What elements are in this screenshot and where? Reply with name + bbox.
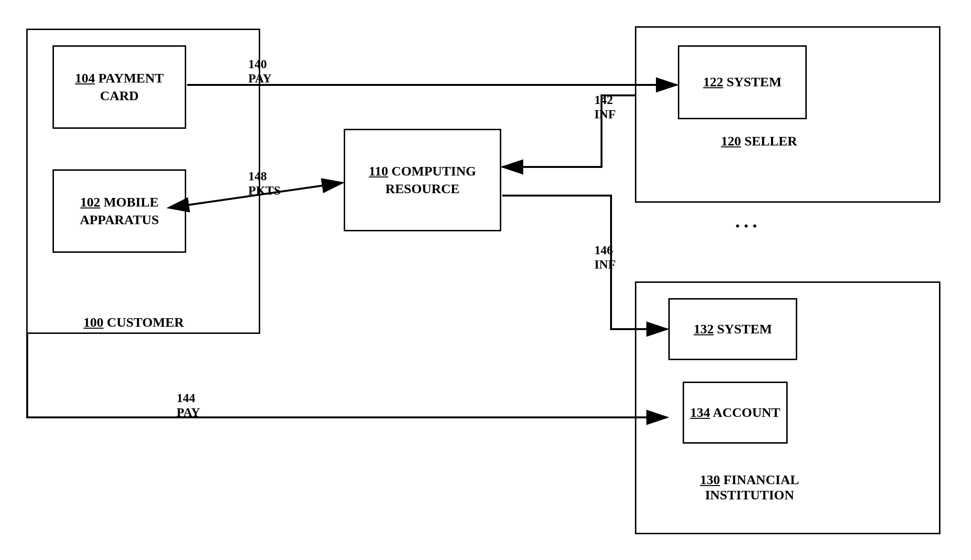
arrow-140-label: 140PAY <box>248 57 272 86</box>
arrow-142-label: 142INF <box>594 93 616 122</box>
account-label: 134 ACCOUNT <box>690 404 780 421</box>
customer-ref: 100 <box>84 315 104 330</box>
seller-system-box: 122 SYSTEM <box>678 45 807 119</box>
financial-system-box: 132 SYSTEM <box>668 298 797 360</box>
mobile-apparatus-box: 102 MOBILEAPPARATUS <box>53 169 186 253</box>
seller-system-ref: 122 <box>703 74 723 89</box>
payment-card-ref: 104 <box>75 71 95 85</box>
mobile-apparatus-ref: 102 <box>80 195 100 209</box>
diagram: 104 PAYMENTCARD 102 MOBILEAPPARATUS 100 … <box>0 0 971 560</box>
ellipsis: ··· <box>735 215 761 237</box>
seller-label: 120 SELLER <box>692 134 826 149</box>
account-box: 134 ACCOUNT <box>683 382 788 444</box>
seller-ref: 120 <box>721 134 741 148</box>
arrow-144-label: 144PAY <box>177 391 200 420</box>
customer-label: 100 CUSTOMER <box>62 315 205 330</box>
payment-card-label: 104 PAYMENTCARD <box>75 70 164 104</box>
computing-resource-box: 110 COMPUTINGRESOURCE <box>344 129 501 231</box>
computing-resource-ref: 110 <box>369 164 388 178</box>
financial-system-ref: 132 <box>694 321 714 336</box>
arrow-146-label: 146INF <box>594 243 616 272</box>
financial-ref: 130 <box>700 472 720 487</box>
computing-resource-label: 110 COMPUTINGRESOURCE <box>369 163 476 197</box>
seller-system-label: 122 SYSTEM <box>703 73 781 91</box>
financial-system-label: 132 SYSTEM <box>694 321 772 338</box>
financial-label: 130 FINANCIALINSTITUTION <box>659 472 840 503</box>
account-ref: 134 <box>690 405 710 420</box>
payment-card-box: 104 PAYMENTCARD <box>53 45 186 129</box>
arrow-148-label: 148PKTS <box>248 169 281 198</box>
mobile-apparatus-label: 102 MOBILEAPPARATUS <box>80 194 158 228</box>
